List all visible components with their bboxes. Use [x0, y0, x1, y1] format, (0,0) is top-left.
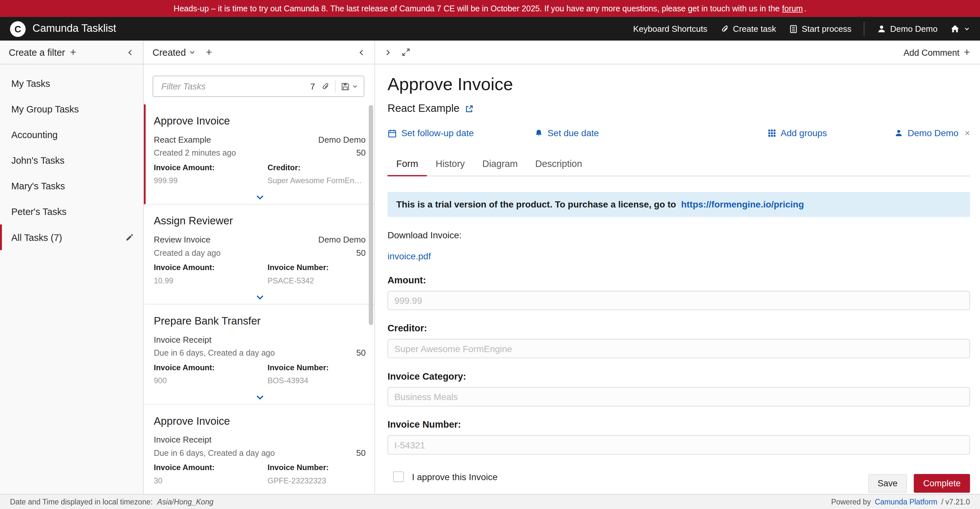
pricing-link[interactable]: https://formengine.io/pricing	[681, 199, 804, 209]
task-process: Invoice Receipt	[154, 335, 211, 345]
sidebar-item-accounting[interactable]: Accounting	[0, 122, 143, 147]
tasklist-scrollbar[interactable]	[369, 105, 373, 325]
search-input[interactable]	[160, 81, 307, 92]
invoice-category-input[interactable]	[388, 387, 970, 407]
create-filter-button[interactable]: Create a filter	[9, 47, 65, 58]
task-created: Due in 6 days, Created a day ago	[154, 348, 275, 357]
task-title: Approve Invoice	[154, 115, 366, 128]
task-title: Approve Invoice	[154, 415, 366, 428]
tab-history[interactable]: History	[427, 153, 474, 176]
task-card-approve-invoice-2[interactable]: Approve Invoice Invoice Receipt Due in 6…	[144, 405, 375, 494]
sidebar-item-my-tasks[interactable]: My Tasks	[0, 71, 143, 96]
tab-description[interactable]: Description	[527, 153, 591, 176]
banner-text: Heads-up – it is time to try out Camunda…	[174, 4, 780, 13]
home-menu[interactable]	[950, 24, 970, 34]
sidebar-item-all-tasks[interactable]: All Tasks (7)	[0, 224, 143, 250]
camunda-platform-link[interactable]: Camunda Platform	[875, 497, 937, 506]
calendar-icon	[388, 128, 397, 138]
announcement-banner: Heads-up – it is time to try out Camunda…	[0, 0, 980, 17]
sort-dropdown[interactable]: Created	[153, 47, 196, 58]
chevron-down-icon	[189, 49, 196, 56]
task-card-prepare-bank-transfer[interactable]: Prepare Bank Transfer Invoice Receipt Du…	[144, 305, 375, 405]
copy-link-icon[interactable]	[320, 82, 330, 91]
invoice-pdf-link[interactable]: invoice.pdf	[388, 251, 431, 261]
home-icon	[950, 24, 960, 34]
detail-body: Approve Invoice React Example Set follow…	[375, 64, 980, 494]
invoice-number-input[interactable]	[388, 435, 970, 455]
amount-input[interactable]	[388, 291, 970, 310]
creditor-input[interactable]	[388, 339, 970, 358]
amount-label: Amount:	[388, 274, 970, 285]
app-footer: Date and Time displayed in local timezon…	[0, 494, 980, 509]
chevron-down-icon	[352, 83, 358, 89]
task-assignee: Demo Demo	[318, 135, 366, 145]
download-invoice-label: Download Invoice:	[388, 230, 970, 240]
task-priority: 50	[356, 348, 366, 357]
collapse-tasklist-icon[interactable]	[357, 48, 366, 57]
save-filter-button[interactable]	[340, 82, 358, 91]
add-comment-button[interactable]: Add Comment +	[904, 47, 970, 58]
sidebar-item-johns-tasks[interactable]: John's Tasks	[0, 147, 143, 173]
expand-variables-icon[interactable]	[255, 493, 265, 494]
process-name: React Example	[388, 102, 460, 115]
add-groups-button[interactable]: Add groups	[767, 128, 827, 138]
creditor-field-group: Creditor:	[388, 322, 970, 358]
keyboard-shortcuts-link[interactable]: Keyboard Shortcuts	[633, 24, 708, 34]
edit-filter-icon[interactable]	[125, 233, 135, 242]
task-cards: Approve Invoice React ExampleDemo Demo C…	[144, 104, 375, 494]
user-menu[interactable]: Demo Demo	[877, 24, 937, 34]
approve-checkbox[interactable]	[393, 471, 404, 482]
trial-notice: This is a trial version of the product. …	[388, 192, 970, 217]
task-created: Due in 6 days, Created a day ago	[154, 448, 275, 458]
search-divider	[335, 80, 336, 93]
set-followup-date-button[interactable]: Set follow-up date	[388, 128, 474, 138]
powered-by: Powered by Camunda Platform / v7.21.0	[831, 497, 970, 506]
external-link-icon[interactable]	[465, 104, 474, 113]
add-sort-icon[interactable]: +	[206, 47, 212, 58]
task-count: 7	[310, 82, 315, 91]
task-actions: Set follow-up date Set due date Add grou…	[388, 128, 970, 142]
tab-diagram[interactable]: Diagram	[474, 153, 526, 176]
task-assignee: Demo Demo	[318, 235, 366, 244]
invoice-category-label: Invoice Category:	[388, 371, 970, 381]
amount-field-group: Amount:	[388, 274, 970, 310]
header-divider	[864, 22, 865, 36]
expand-variables-icon[interactable]	[255, 393, 265, 402]
remove-assignee-icon[interactable]: ×	[965, 128, 970, 138]
sidebar-item-peters-tasks[interactable]: Peter's Tasks	[0, 199, 143, 224]
start-process-button[interactable]: Start process	[789, 24, 851, 34]
detail-toolbar: Add Comment +	[375, 40, 980, 64]
plus-icon[interactable]: +	[70, 47, 76, 58]
save-icon	[340, 82, 350, 91]
set-due-date-button[interactable]: Set due date	[535, 128, 599, 138]
expand-variables-icon[interactable]	[255, 193, 265, 202]
filters-panel: Create a filter + My Tasks My Group Task…	[0, 40, 144, 494]
invoice-number-field-group: Invoice Number:	[388, 419, 970, 455]
sidebar-item-my-group-tasks[interactable]: My Group Tasks	[0, 96, 143, 122]
task-detail-panel: Add Comment + Approve Invoice React Exam…	[375, 40, 980, 494]
task-card-approve-invoice[interactable]: Approve Invoice React ExampleDemo Demo C…	[144, 104, 375, 204]
page-title: Approve Invoice	[388, 75, 970, 95]
task-card-assign-reviewer[interactable]: Assign Reviewer Review InvoiceDemo Demo …	[144, 204, 375, 305]
user-icon	[877, 24, 886, 34]
tab-form[interactable]: Form	[388, 153, 427, 176]
task-process: React Example	[154, 135, 211, 145]
forum-link[interactable]: forum	[782, 4, 803, 13]
chevron-down-icon	[964, 26, 970, 32]
collapse-detail-icon[interactable]	[384, 48, 393, 57]
sidebar-item-marys-tasks[interactable]: Mary's Tasks	[0, 173, 143, 199]
save-button[interactable]: Save	[868, 474, 907, 493]
search-box: 7	[153, 75, 364, 97]
assignee-chip[interactable]: Demo Demo ×	[894, 128, 970, 138]
complete-button[interactable]: Complete	[914, 474, 970, 493]
task-title: Assign Reviewer	[154, 215, 366, 228]
grid-icon	[767, 129, 776, 137]
detail-tabs: Form History Diagram Description	[388, 153, 970, 176]
user-icon	[894, 129, 903, 137]
creditor-label: Creditor:	[388, 322, 970, 333]
maximize-icon[interactable]	[401, 48, 410, 57]
collapse-filters-icon[interactable]	[126, 48, 135, 57]
create-task-button[interactable]: Create task	[720, 24, 776, 34]
task-process: Invoice Receipt	[154, 435, 211, 445]
expand-variables-icon[interactable]	[255, 293, 265, 302]
